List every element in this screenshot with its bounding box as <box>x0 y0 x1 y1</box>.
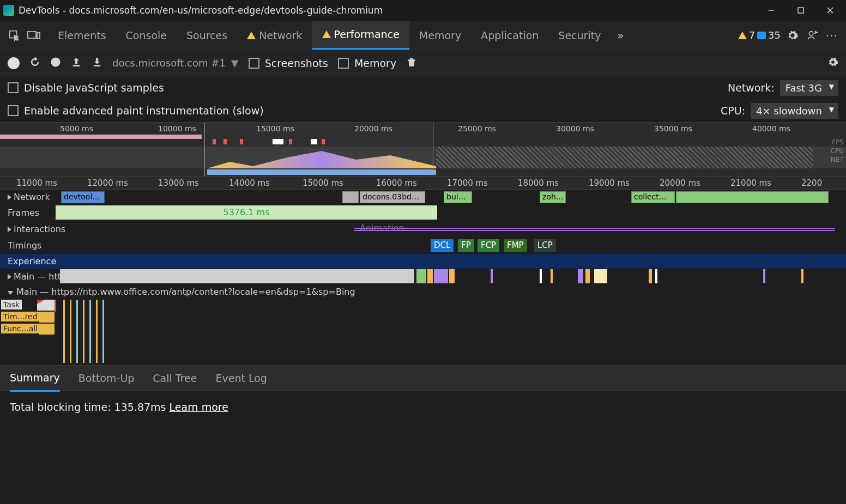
overview-lane-labels: FPS CPU NET <box>831 138 844 164</box>
options-row-2: Enable advanced paint instrumentation (s… <box>0 99 846 122</box>
inspect-element-icon[interactable] <box>4 26 24 45</box>
main-tabbar: Elements Console Sources Network Perform… <box>0 21 846 50</box>
timing-lcp[interactable]: LCP <box>534 239 556 252</box>
download-button[interactable] <box>92 57 102 69</box>
flame-stack[interactable]: Task Tim…red Func…all <box>0 300 846 365</box>
timing-dcl[interactable]: DCL <box>431 239 454 252</box>
overview-cpu-idle <box>436 147 813 168</box>
svg-rect-1 <box>798 8 803 13</box>
tab-console[interactable]: Console <box>116 22 177 49</box>
main-thread-1[interactable]: Main — https://docs.microsoft.com/en-us/… <box>0 269 846 284</box>
svg-rect-11 <box>94 65 100 66</box>
minimize-button[interactable] <box>759 2 784 19</box>
experience-track[interactable]: Experience <box>0 254 846 269</box>
network-throttle-select[interactable]: Fast 3G <box>780 80 838 96</box>
expand-icon[interactable] <box>8 274 11 280</box>
issues-icon[interactable] <box>757 32 766 39</box>
main-thread-2[interactable]: Main — https://ntp.www.office.com/antp/c… <box>0 284 846 300</box>
tab-elements[interactable]: Elements <box>48 22 116 49</box>
profile-name: docs.microsoft.com #1 <box>112 57 226 69</box>
more-tabs-icon[interactable]: » <box>611 26 630 45</box>
titlebar: DevTools - docs.microsoft.com/en-us/micr… <box>0 0 846 21</box>
network-request[interactable]: devtool… <box>61 191 105 203</box>
network-request[interactable]: collect… <box>631 191 675 203</box>
timings-track[interactable]: Timings DCL FP FCP FMP LCP <box>0 238 846 254</box>
detail-ruler[interactable]: 11000 ms 12000 ms 13000 ms 14000 ms 1500… <box>0 177 846 190</box>
cpu-throttle-select[interactable]: 4× slowdown <box>751 103 838 119</box>
timing-fp[interactable]: FP <box>458 239 474 252</box>
expand-icon[interactable] <box>8 227 11 232</box>
tab-application[interactable]: Application <box>471 22 548 49</box>
network-label: Network: <box>728 82 775 94</box>
funcall-label: Func…all <box>1 324 40 333</box>
tab-label: Elements <box>58 29 106 41</box>
tab-label: Security <box>558 29 601 41</box>
tab-security[interactable]: Security <box>548 22 611 49</box>
tab-label: Memory <box>419 29 461 41</box>
network-request[interactable]: zoh… <box>540 191 566 203</box>
expand-icon[interactable] <box>8 195 11 200</box>
learn-more-link[interactable]: Learn more <box>170 401 228 413</box>
memory-checkbox[interactable]: Memory <box>338 57 396 69</box>
tab-network[interactable]: Network <box>237 22 312 49</box>
network-request[interactable]: docons.03bd… <box>360 191 425 203</box>
tab-sources[interactable]: Sources <box>177 22 237 49</box>
tab-summary[interactable]: Summary <box>10 365 60 392</box>
overview-loading-bar <box>0 135 202 139</box>
capture-settings-icon[interactable] <box>827 57 838 69</box>
total-blocking-time: Total blocking time: 135.87ms <box>10 401 166 413</box>
summary-pane: Total blocking time: 135.87ms Learn more <box>0 391 846 423</box>
timing-fcp[interactable]: FCP <box>478 239 499 252</box>
tab-label: Application <box>481 29 539 41</box>
reload-button[interactable] <box>29 57 40 69</box>
options-row-1: Disable JavaScript samples Network: Fast… <box>0 76 846 99</box>
close-button[interactable] <box>818 2 843 19</box>
disable-js-samples-checkbox[interactable]: Disable JavaScript samples <box>8 82 164 94</box>
svg-point-7 <box>809 31 813 35</box>
tab-performance[interactable]: Performance <box>312 21 409 50</box>
tab-event-log[interactable]: Event Log <box>215 366 267 391</box>
tab-label: Network <box>259 29 302 41</box>
stack-vertical-bars <box>44 300 846 365</box>
tab-label: Performance <box>334 28 400 40</box>
enable-paint-checkbox[interactable]: Enable advanced paint instrumentation (s… <box>8 105 264 117</box>
app-icon <box>3 5 14 16</box>
device-toggle-icon[interactable] <box>24 26 44 45</box>
overview-timeline[interactable]: 5000 ms 10000 ms 15000 ms 20000 ms 25000… <box>0 122 846 177</box>
clear-button[interactable] <box>50 57 61 69</box>
upload-button[interactable] <box>71 57 82 69</box>
maximize-button[interactable] <box>788 2 813 19</box>
svg-rect-5 <box>28 32 36 38</box>
tab-memory[interactable]: Memory <box>409 22 471 49</box>
window-title: DevTools - docs.microsoft.com/en-us/micr… <box>19 5 754 16</box>
record-button[interactable] <box>8 57 20 69</box>
warnings-count: 7 <box>749 29 755 41</box>
trash-button[interactable] <box>406 57 417 69</box>
frames-track[interactable]: Frames 5376.1 ms <box>0 205 846 221</box>
network-track[interactable]: Network devtool… docons.03bd… bui… zoh… … <box>0 190 846 205</box>
settings-icon[interactable] <box>783 26 802 45</box>
feedback-icon[interactable] <box>802 26 822 45</box>
timing-fmp[interactable]: FMP <box>504 239 527 252</box>
svg-rect-6 <box>37 33 40 39</box>
svg-rect-10 <box>73 65 80 66</box>
tab-call-tree[interactable]: Call Tree <box>153 366 197 391</box>
tab-bottom-up[interactable]: Bottom-Up <box>78 366 135 391</box>
cpu-label: CPU: <box>721 105 745 117</box>
more-options-icon[interactable]: ⋯ <box>822 26 842 45</box>
frame-bar[interactable]: 5376.1 ms <box>56 205 437 220</box>
profile-select[interactable]: docs.microsoft.com #1 ▼ <box>112 57 239 69</box>
screenshots-checkbox[interactable]: Screenshots <box>249 57 328 69</box>
warning-icon <box>322 31 331 38</box>
network-request[interactable] <box>676 191 829 203</box>
interactions-track[interactable]: Interactions Animation <box>0 221 846 238</box>
task-label: Task <box>1 300 22 309</box>
network-request[interactable] <box>342 191 359 203</box>
collapse-icon[interactable] <box>8 291 13 295</box>
warning-icon[interactable] <box>738 32 747 39</box>
timer-label: Tim…red <box>1 312 40 321</box>
overview-selection[interactable] <box>204 123 433 176</box>
interaction-bar[interactable] <box>354 228 835 231</box>
network-request[interactable]: bui… <box>444 191 472 203</box>
tab-label: Sources <box>186 29 227 41</box>
